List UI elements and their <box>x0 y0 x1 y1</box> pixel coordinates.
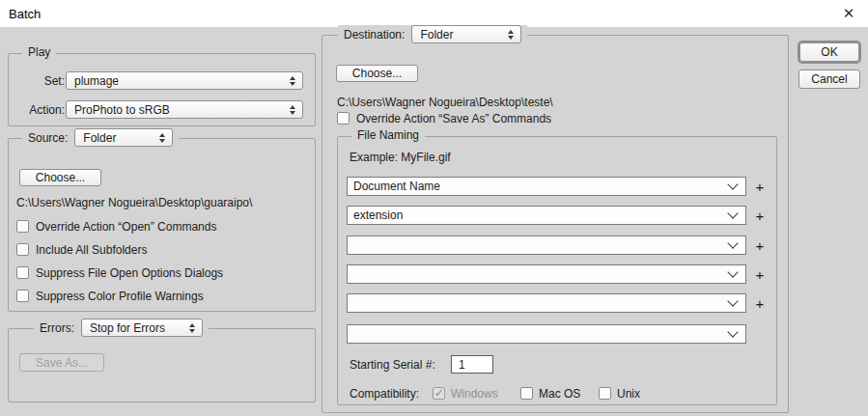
set-select[interactable]: plumage <box>66 71 303 90</box>
destination-choose-label: Choose... <box>352 67 402 80</box>
override-saveas-checkbox[interactable] <box>337 112 350 125</box>
source-group: Source: Folder Choose... C:\Users\Wagner… <box>8 138 316 312</box>
updown-arrows-icon <box>159 133 165 143</box>
compat-unix-checkbox[interactable] <box>599 387 611 400</box>
titlebar: Batch ✕ <box>0 0 868 27</box>
file-naming-label: File Naming <box>351 128 425 142</box>
action-select[interactable]: ProPhoto to sRGB <box>66 100 303 119</box>
updown-arrows-icon <box>189 323 195 333</box>
destination-group: Destination: Folder Choose... C:\Users\W… <box>322 35 789 413</box>
cancel-label: Cancel <box>811 72 847 86</box>
errors-legend: Errors: Stop for Errors <box>34 319 209 337</box>
plus-icon: + <box>752 179 768 195</box>
chevron-down-icon <box>727 295 738 306</box>
save-as-label: Save As... <box>36 356 88 370</box>
plus-icon: + <box>752 237 768 254</box>
destination-value: Folder <box>420 28 502 42</box>
source-legend: Source: Folder <box>22 128 179 147</box>
chevron-down-icon <box>727 326 738 337</box>
naming-field-4[interactable] <box>347 264 746 284</box>
play-group: Play Set: plumage Action: ProPhoto to sR… <box>8 53 316 126</box>
include-subfolders-label: Include All Subfolders <box>36 243 147 257</box>
serial-input[interactable]: 1 <box>451 355 493 374</box>
naming-field-5[interactable] <box>347 293 746 313</box>
suppress-open-options-checkbox[interactable] <box>16 266 29 279</box>
action-value: ProPhoto to sRGB <box>74 103 284 117</box>
dialog-title: Batch <box>9 7 41 21</box>
compat-macos-label: Mac OS <box>539 387 580 401</box>
chevron-down-icon <box>727 208 738 218</box>
serial-label: Starting Serial #: <box>350 358 435 372</box>
compatibility-label: Compatibility: <box>350 387 419 401</box>
errors-group: Errors: Stop for Errors Save As... <box>8 328 316 402</box>
override-open-checkbox[interactable] <box>16 220 29 233</box>
chevron-down-icon <box>727 179 738 189</box>
suppress-color-profile-label: Suppress Color Profile Warnings <box>36 290 204 303</box>
save-as-button[interactable]: Save As... <box>19 353 104 372</box>
destination-choose-button[interactable]: Choose... <box>336 65 418 82</box>
action-label: Action: <box>14 103 65 117</box>
updown-arrows-icon <box>508 30 514 40</box>
destination-path: C:\Users\Wagner Nogueira\Desktop\teste\ <box>337 96 553 109</box>
destination-select[interactable]: Folder <box>411 25 521 43</box>
file-naming-group: File Naming Example: MyFile.gif Document… <box>337 136 777 405</box>
ok-label: OK <box>821 45 837 59</box>
updown-arrows-icon <box>290 105 295 115</box>
compat-unix-label: Unix <box>617 387 640 401</box>
close-icon[interactable]: ✕ <box>838 4 859 23</box>
source-label: Source: <box>28 131 68 145</box>
updown-arrows-icon <box>290 76 295 86</box>
set-value: plumage <box>74 74 284 88</box>
plus-icon: + <box>752 208 768 224</box>
chevron-down-icon <box>727 237 738 248</box>
ok-button[interactable]: OK <box>799 42 859 62</box>
naming-field-3[interactable] <box>347 236 746 255</box>
file-naming-example: Example: MyFile.gif <box>350 151 451 164</box>
include-subfolders-checkbox[interactable] <box>16 243 29 256</box>
naming-field-1[interactable]: Document Name <box>347 177 746 196</box>
cancel-button[interactable]: Cancel <box>798 69 860 89</box>
destination-label: Destination: <box>344 28 405 42</box>
plus-icon: + <box>752 295 768 312</box>
compat-windows-checkbox[interactable] <box>433 387 445 400</box>
naming-field-1-value: Document Name <box>348 180 729 193</box>
source-select[interactable]: Folder <box>74 128 173 147</box>
suppress-open-options-label: Suppress File Open Options Dialogs <box>36 266 223 280</box>
compat-windows-label: Windows <box>451 387 498 401</box>
source-choose-button[interactable]: Choose... <box>19 169 101 186</box>
source-value: Folder <box>83 131 154 145</box>
set-label: Set: <box>14 74 65 88</box>
chevron-down-icon <box>727 266 738 277</box>
destination-legend: Destination: Folder <box>338 25 527 43</box>
suppress-color-profile-checkbox[interactable] <box>16 290 29 302</box>
override-saveas-label: Override Action “Save As” Commands <box>356 112 551 125</box>
naming-field-6[interactable] <box>347 324 746 344</box>
naming-field-2-value: extension <box>348 208 729 222</box>
serial-value: 1 <box>459 358 465 372</box>
dialog-body: Play Set: plumage Action: ProPhoto to sR… <box>0 27 868 416</box>
source-path: C:\Users\Wagner Nogueira\Desktop\guaraip… <box>16 196 252 209</box>
errors-select[interactable]: Stop for Errors <box>81 319 203 337</box>
errors-value: Stop for Errors <box>90 321 183 335</box>
source-choose-label: Choose... <box>36 171 85 184</box>
batch-dialog: Batch ✕ Play Set: plumage Action: ProPho… <box>0 0 868 416</box>
play-group-label: Play <box>22 45 56 59</box>
compat-macos-checkbox[interactable] <box>520 387 533 400</box>
naming-field-2[interactable]: extension <box>347 206 746 225</box>
errors-label: Errors: <box>40 321 74 335</box>
override-open-label: Override Action “Open” Commands <box>36 220 216 234</box>
plus-icon: + <box>752 266 768 283</box>
